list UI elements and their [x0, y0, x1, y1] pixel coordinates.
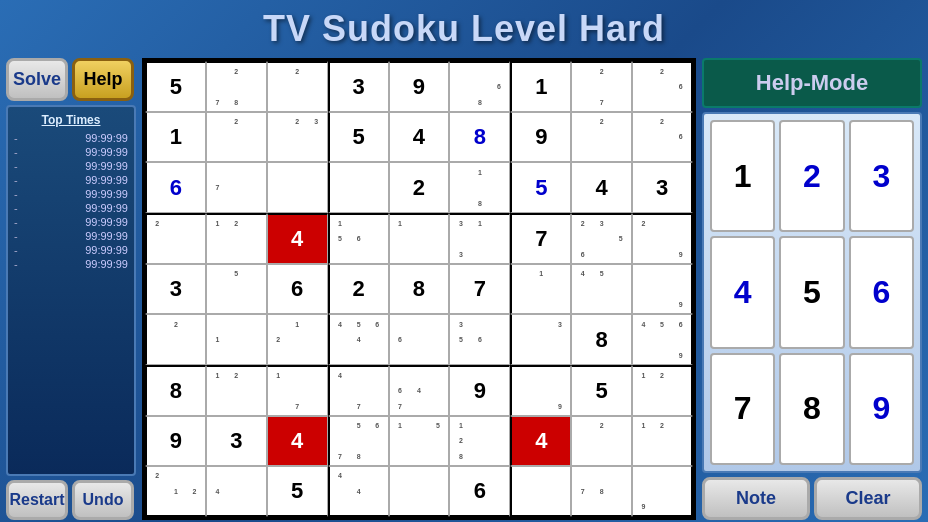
numpad-button-7[interactable]: 7 — [710, 353, 775, 465]
cell-r5-c7[interactable]: 8 — [571, 314, 632, 365]
cell-r5-c8[interactable]: 4569 — [632, 314, 693, 365]
cell-r0-c6[interactable]: 1 — [510, 61, 571, 112]
cell-r0-c7[interactable]: 27 — [571, 61, 632, 112]
help-button[interactable]: Help — [72, 58, 134, 101]
cell-r8-c3[interactable]: 44 — [328, 466, 389, 517]
cell-r6-c6[interactable]: 9 — [510, 365, 571, 416]
cell-r3-c7[interactable]: 2356 — [571, 213, 632, 264]
numpad-button-5[interactable]: 5 — [779, 236, 844, 348]
numpad-button-4[interactable]: 4 — [710, 236, 775, 348]
score-row-4: -99:99:99 — [14, 173, 128, 187]
numpad-button-9[interactable]: 9 — [849, 353, 914, 465]
cell-r4-c7[interactable]: 45 — [571, 264, 632, 315]
cell-r6-c0[interactable]: 8 — [145, 365, 206, 416]
cell-r3-c6[interactable]: 7 — [510, 213, 571, 264]
cell-r3-c5[interactable]: 313 — [449, 213, 510, 264]
cell-r4-c3[interactable]: 2 — [328, 264, 389, 315]
cell-r3-c4[interactable]: 1 — [389, 213, 450, 264]
cell-r6-c8[interactable]: 12 — [632, 365, 693, 416]
note-r6-c3-3 — [368, 368, 387, 383]
numpad-button-1[interactable]: 1 — [710, 120, 775, 232]
cell-r2-c3[interactable] — [328, 162, 389, 213]
cell-r1-c1[interactable]: 2 — [206, 112, 267, 163]
cell-r1-c3[interactable]: 5 — [328, 112, 389, 163]
cell-r2-c5[interactable]: 18 — [449, 162, 510, 213]
cell-r7-c1[interactable]: 3 — [206, 416, 267, 467]
cell-r1-c7[interactable]: 2 — [571, 112, 632, 163]
cell-r7-c3[interactable]: 5678 — [328, 416, 389, 467]
numpad-button-8[interactable]: 8 — [779, 353, 844, 465]
cell-r2-c0[interactable]: 6 — [145, 162, 206, 213]
cell-r6-c3[interactable]: 47 — [328, 365, 389, 416]
cell-r2-c8[interactable]: 3 — [632, 162, 693, 213]
cell-r8-c4[interactable] — [389, 466, 450, 517]
cell-r5-c1[interactable]: 1 — [206, 314, 267, 365]
cell-r8-c5[interactable]: 6 — [449, 466, 510, 517]
cell-r5-c0[interactable]: 2 — [145, 314, 206, 365]
cell-r5-c6[interactable]: 3 — [510, 314, 571, 365]
cell-r4-c5[interactable]: 7 — [449, 264, 510, 315]
clear-button[interactable]: Clear — [814, 477, 922, 520]
numpad-button-6[interactable]: 6 — [849, 236, 914, 348]
cell-r2-c6[interactable]: 5 — [510, 162, 571, 213]
cell-r2-c4[interactable]: 2 — [389, 162, 450, 213]
cell-r7-c0[interactable]: 9 — [145, 416, 206, 467]
cell-r8-c2[interactable]: 5 — [267, 466, 328, 517]
cell-r0-c2[interactable]: 2 — [267, 61, 328, 112]
cell-r4-c0[interactable]: 3 — [145, 264, 206, 315]
cell-r0-c8[interactable]: 26 — [632, 61, 693, 112]
cell-r7-c5[interactable]: 128 — [449, 416, 510, 467]
cell-r6-c2[interactable]: 17 — [267, 365, 328, 416]
cell-notes-r5-c0: 2 — [147, 315, 205, 364]
cell-r8-c7[interactable]: 78 — [571, 466, 632, 517]
cell-r0-c4[interactable]: 9 — [389, 61, 450, 112]
cell-r0-c0[interactable]: 5 — [145, 61, 206, 112]
cell-r5-c2[interactable]: 12 — [267, 314, 328, 365]
cell-r7-c2[interactable]: 4 — [267, 416, 328, 467]
cell-r7-c7[interactable]: 2 — [571, 416, 632, 467]
cell-r1-c0[interactable]: 1 — [145, 112, 206, 163]
numpad-button-3[interactable]: 3 — [849, 120, 914, 232]
cell-r8-c6[interactable] — [510, 466, 571, 517]
cell-r0-c5[interactable]: 68 — [449, 61, 510, 112]
cell-r3-c1[interactable]: 12 — [206, 213, 267, 264]
cell-r1-c2[interactable]: 23 — [267, 112, 328, 163]
cell-r2-c7[interactable]: 4 — [571, 162, 632, 213]
cell-r4-c4[interactable]: 8 — [389, 264, 450, 315]
cell-r1-c8[interactable]: 26 — [632, 112, 693, 163]
cell-r5-c4[interactable]: 6 — [389, 314, 450, 365]
cell-r3-c0[interactable]: 2 — [145, 213, 206, 264]
cell-r4-c6[interactable]: 1 — [510, 264, 571, 315]
cell-r3-c8[interactable]: 29 — [632, 213, 693, 264]
cell-r8-c1[interactable]: 4 — [206, 466, 267, 517]
cell-r6-c7[interactable]: 5 — [571, 365, 632, 416]
undo-button[interactable]: Undo — [72, 480, 134, 520]
cell-r5-c5[interactable]: 356 — [449, 314, 510, 365]
cell-r7-c6[interactable]: 4 — [510, 416, 571, 467]
cell-r8-c0[interactable]: 212 — [145, 466, 206, 517]
cell-r6-c4[interactable]: 647 — [389, 365, 450, 416]
cell-r2-c2[interactable] — [267, 162, 328, 213]
solve-button[interactable]: Solve — [6, 58, 68, 101]
restart-button[interactable]: Restart — [6, 480, 68, 520]
cell-r6-c5[interactable]: 9 — [449, 365, 510, 416]
note-button[interactable]: Note — [702, 477, 810, 520]
cell-r3-c2[interactable]: 4 — [267, 213, 328, 264]
cell-r4-c2[interactable]: 6 — [267, 264, 328, 315]
cell-r6-c1[interactable]: 12 — [206, 365, 267, 416]
cell-r1-c6[interactable]: 9 — [510, 112, 571, 163]
cell-r1-c4[interactable]: 4 — [389, 112, 450, 163]
cell-r7-c8[interactable]: 12 — [632, 416, 693, 467]
cell-value-r1-c0: 1 — [170, 126, 182, 148]
cell-r0-c1[interactable]: 278 — [206, 61, 267, 112]
cell-r3-c3[interactable]: 156 — [328, 213, 389, 264]
cell-r5-c3[interactable]: 4564 — [328, 314, 389, 365]
cell-r4-c1[interactable]: 5 — [206, 264, 267, 315]
cell-r0-c3[interactable]: 3 — [328, 61, 389, 112]
cell-r2-c1[interactable]: 7 — [206, 162, 267, 213]
cell-r4-c8[interactable]: 9 — [632, 264, 693, 315]
cell-r1-c5[interactable]: 8 — [449, 112, 510, 163]
numpad-button-2[interactable]: 2 — [779, 120, 844, 232]
cell-r7-c4[interactable]: 15 — [389, 416, 450, 467]
cell-r8-c8[interactable]: 9 — [632, 466, 693, 517]
